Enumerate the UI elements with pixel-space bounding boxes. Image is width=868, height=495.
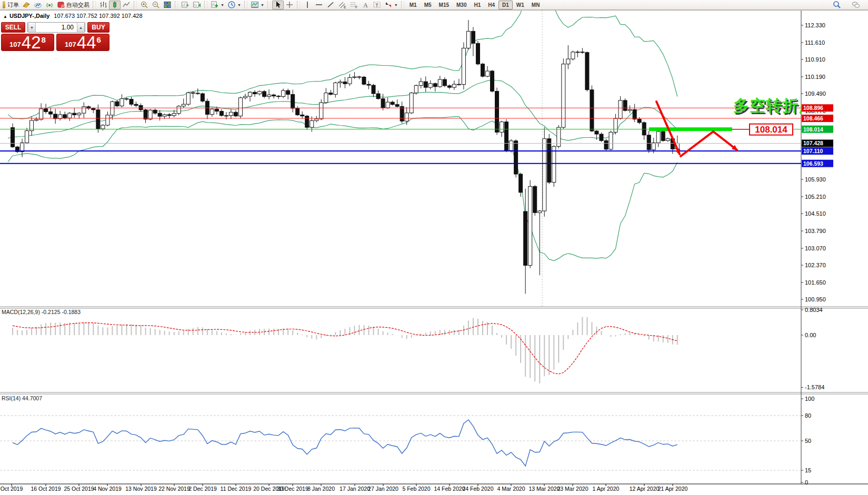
candle	[353, 77, 356, 77]
price-axis-tick: 104.510	[805, 210, 826, 217]
text-tool-button[interactable]: A	[360, 1, 371, 9]
sell-price-display[interactable]: 107 42 8	[1, 34, 54, 51]
new-order-button[interactable]: 订单	[1, 1, 21, 9]
timeframe-m5-button[interactable]: M5	[421, 1, 435, 9]
horizontal-line-tool-button[interactable]	[313, 1, 325, 9]
sell-button[interactable]: SELL	[1, 22, 25, 33]
price-axis-tick: 112.330	[805, 22, 825, 28]
indicators-button[interactable]: ▼	[249, 1, 266, 9]
candle	[543, 139, 546, 211]
candle	[590, 90, 594, 131]
bar-chart-mode-button[interactable]	[97, 1, 109, 9]
candle	[466, 31, 470, 48]
timeframe-h1-button[interactable]: H1	[470, 1, 484, 9]
price-badge-text: 108.014	[803, 126, 823, 133]
tile-windows-icon	[163, 1, 172, 9]
candle	[111, 102, 114, 115]
chat-button[interactable]	[850, 1, 862, 9]
candle	[661, 132, 665, 140]
candle	[172, 114, 176, 116]
zoom-out-button[interactable]	[150, 1, 162, 9]
chart-shift-button[interactable]	[191, 1, 203, 9]
date-axis-label: 12 Apr 2020	[630, 486, 660, 492]
candle	[519, 174, 523, 193]
candle	[566, 59, 570, 64]
candle	[576, 52, 580, 53]
crosshair-tool-button[interactable]	[284, 1, 295, 9]
one-click-toggle-icon[interactable]: ▲	[3, 14, 7, 19]
zoom-in-button[interactable]	[138, 1, 150, 9]
candle	[282, 90, 285, 96]
buy-button[interactable]: BUY	[87, 22, 109, 33]
toolbar-grip[interactable]	[244, 1, 247, 8]
chart-canvas[interactable]: 多空转折点多空转折点108.014112.330111.610110.91011…	[0, 10, 868, 495]
candle	[447, 86, 451, 87]
date-axis[interactable]: Oct 201916 Oct 201925 Oct 20194 Nov 2019…	[1, 484, 688, 492]
tile-windows-button[interactable]	[162, 1, 173, 9]
candle	[39, 109, 43, 119]
candle	[637, 119, 641, 123]
toolbar-grip[interactable]	[204, 1, 207, 8]
search-button[interactable]	[831, 1, 843, 9]
price-axis-tick: 103.070	[805, 245, 826, 251]
trendline-tool-button[interactable]	[325, 1, 336, 9]
date-axis-label: 13 Nov 2019	[125, 486, 157, 492]
new-order-icon	[3, 1, 5, 8]
toolbar-grip[interactable]	[267, 1, 271, 8]
volume-input[interactable]: 1.00	[36, 23, 77, 32]
timeframe-mn-button[interactable]: MN	[528, 1, 544, 9]
arrows-icon	[384, 1, 393, 9]
toolbar-grip[interactable]	[134, 1, 137, 8]
candle	[158, 113, 162, 116]
candle	[433, 84, 437, 87]
candle	[424, 82, 427, 87]
date-axis-label: 5 Feb 2020	[402, 486, 430, 492]
sell-price-figure: 107	[9, 41, 21, 48]
auto-scroll-button[interactable]	[179, 1, 191, 9]
arrows-tool-button[interactable]: ▼	[383, 1, 400, 9]
dropdown-caret-icon: ▼	[261, 3, 264, 7]
vertical-line-tool-button[interactable]	[302, 1, 313, 9]
candle	[395, 105, 399, 107]
support-bar-annotation[interactable]	[649, 127, 732, 131]
candle	[505, 122, 508, 150]
candle	[419, 82, 423, 85]
cursor-tool-button[interactable]	[272, 1, 284, 9]
signals-button[interactable]	[44, 1, 55, 9]
candle	[153, 110, 157, 113]
candle	[11, 128, 15, 147]
candlestick-mode-button[interactable]	[109, 1, 121, 9]
toolbar-grip[interactable]	[175, 1, 178, 8]
line-chart-mode-button[interactable]	[121, 1, 132, 9]
candle	[562, 64, 565, 127]
market-watch-button[interactable]	[21, 1, 32, 9]
candle	[614, 118, 617, 132]
buy-price-display[interactable]: 107 44 6	[56, 34, 109, 51]
timeframe-d1-button[interactable]: D1	[498, 1, 513, 9]
candle	[148, 110, 152, 119]
timeframe-m15-button[interactable]: M15	[435, 1, 453, 9]
date-axis-label: 24 Feb 2020	[463, 486, 494, 492]
volume-increment-button[interactable]: ▲	[77, 23, 85, 32]
candle	[571, 52, 575, 59]
candle	[538, 211, 542, 213]
volume-decrement-button[interactable]: ▼	[28, 23, 36, 32]
channel-tool-button[interactable]: E	[336, 1, 348, 9]
candle	[54, 114, 57, 119]
new-chart-button[interactable]: ▼	[209, 1, 226, 9]
periods-button[interactable]: ▼	[226, 1, 243, 9]
candle	[524, 211, 527, 266]
fibonacci-tool-button[interactable]: F	[348, 1, 360, 9]
publish-chart-button[interactable]	[32, 1, 44, 9]
timeframe-h4-button[interactable]: H4	[484, 1, 498, 9]
toolbar-grip[interactable]	[297, 1, 300, 8]
timeframe-m1-button[interactable]: M1	[406, 1, 421, 9]
horizontal-line-icon	[315, 1, 323, 9]
candle	[391, 102, 394, 105]
timeframe-w1-button[interactable]: W1	[513, 1, 528, 9]
toolbar-grip[interactable]	[93, 1, 96, 8]
toolbar-grip[interactable]	[401, 1, 404, 8]
autotrading-button[interactable]: 自动交易	[55, 1, 91, 9]
text-label-tool-button[interactable]: T	[371, 1, 383, 9]
timeframe-m30-button[interactable]: M30	[453, 1, 470, 9]
